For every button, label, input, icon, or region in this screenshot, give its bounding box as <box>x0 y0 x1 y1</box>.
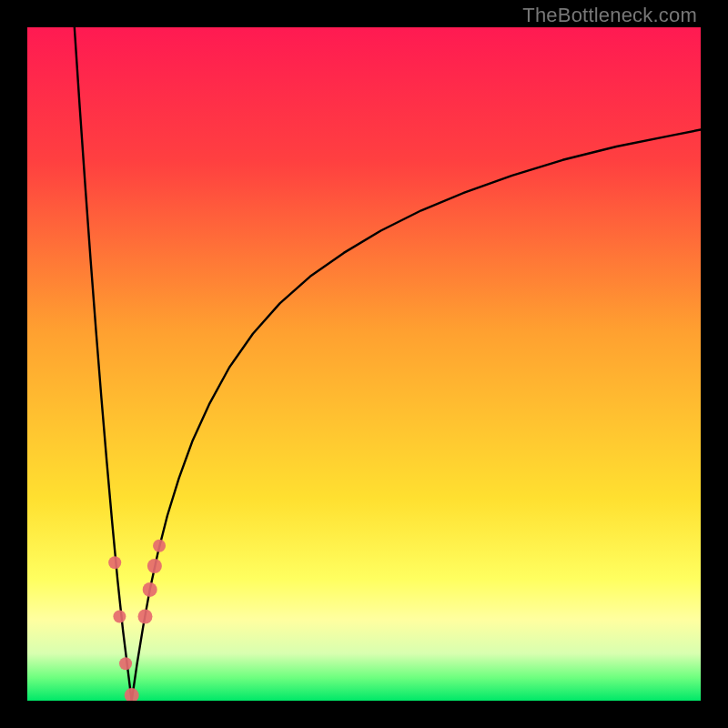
marker-point <box>143 582 157 597</box>
marker-point <box>113 611 126 623</box>
watermark-text: TheBottleneck.com <box>522 4 697 27</box>
plot-area <box>27 27 701 701</box>
chart-frame: TheBottleneck.com <box>0 0 728 728</box>
marker-point <box>119 657 132 670</box>
marker-point <box>153 540 166 552</box>
marker-point <box>108 556 121 569</box>
svg-rect-0 <box>27 27 701 701</box>
chart-svg <box>27 27 701 701</box>
marker-point <box>147 559 162 573</box>
marker-point <box>138 610 153 624</box>
